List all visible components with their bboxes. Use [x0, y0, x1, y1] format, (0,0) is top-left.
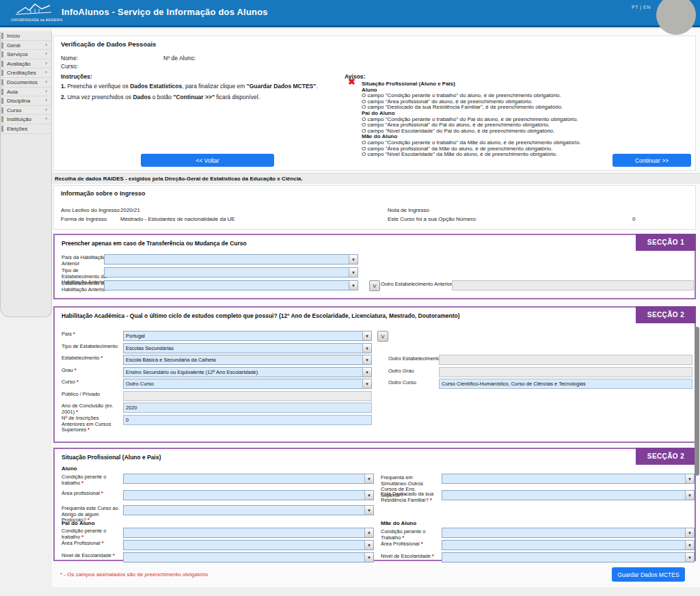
form-row: Grau *Ensino Secundário ou Equivalente (…: [55, 367, 695, 377]
menu-item-marker: [1, 70, 3, 76]
aluno-subtitle: Aluno: [62, 465, 77, 472]
avisos-group-title: Situação Profissional (Aluno e Pais): [362, 81, 683, 87]
sidebar-item-documentos[interactable]: Documentos›: [1, 78, 51, 87]
voltar-button[interactable]: << Voltar: [141, 154, 274, 167]
chevron-right-icon: ›: [45, 69, 47, 75]
input-ano-de-conclusao-ex-2001[interactable]: 2020: [123, 403, 372, 413]
form-row: Ano de Conclusão (ex. 2001) *2020: [55, 403, 695, 413]
select-pais-da-habilitacao-anterior[interactable]: ▼: [104, 254, 358, 265]
sidebar-item-label: Eleições: [7, 126, 27, 132]
select-frequenta-em-simultaneo-outros-cursos-de-ens-superior-right[interactable]: ▼: [442, 474, 695, 484]
dropdown-arrow-icon: ▼: [362, 355, 371, 364]
field-label-nivel-de-escolaridade: Nível de Escolaridade *: [381, 554, 437, 560]
field-label-publico-privado: Público / Privado: [62, 392, 122, 398]
num-aluno-label: Nº de Aluno:: [163, 55, 196, 62]
sidebar-item-eleicoes[interactable]: Eleições: [1, 124, 51, 134]
select-tipo-de-estabelecimento-da-habilitacao-anterior[interactable]: ▼: [104, 267, 358, 277]
select-estabelecimento-da-habilitacao-anterior[interactable]: ▼: [104, 280, 358, 290]
select-grau[interactable]: Ensino Secundário ou Equivalente (12º An…: [123, 367, 372, 377]
sidebar-item-label: Disciplina: [7, 98, 30, 104]
field-label-nivel-de-escolaridade: Nível de Escolaridade *: [62, 553, 124, 559]
verification-title: Verificação de Dados Pessoais: [61, 40, 156, 48]
dropdown-arrow-icon: ▼: [364, 491, 373, 500]
ingresso-title: Informação sobre o Ingresso: [61, 190, 146, 197]
field-label-condicao-perante-o-trabalho: Condição perante o trabalho *: [62, 528, 124, 540]
input-outro-grau: [439, 367, 692, 377]
raides-bar: Recolha de dados RAIDES - exigidos pela …: [51, 173, 700, 184]
guardar-dados-mctes-button[interactable]: Guardar Dados MCTES: [612, 567, 685, 582]
dropdown-arrow-icon: ▼: [349, 281, 358, 290]
pai-subtitle: Pai do Aluno: [62, 520, 95, 526]
select-nivel-de-escolaridade-right[interactable]: ▼: [442, 552, 695, 563]
select-condicao-perante-o-trabalho-left[interactable]: ▼: [123, 528, 374, 538]
required-asterisk: *: [80, 480, 83, 486]
select-condicao-perante-o-trabalho-right[interactable]: ▼: [442, 528, 695, 538]
seccao2b-panel: SECÇÃO 2 Situação Profissional (Aluno e …: [53, 448, 696, 561]
select-estabelecimento[interactable]: Escola Básica e Secundária da Calheta▼: [123, 355, 372, 365]
v-button[interactable]: V: [377, 331, 388, 342]
form-row: País *Portugal▼V: [55, 331, 695, 341]
sidebar-item-servicos[interactable]: Serviços›: [1, 50, 51, 59]
input-outro-curso[interactable]: Curso Científico-Humanístico, Curso de C…: [439, 379, 692, 389]
select-curso[interactable]: Outro Curso▼: [123, 379, 372, 389]
sidebar-item-label: Avaliação: [7, 61, 31, 67]
input-n-de-inscricoes-anteriores-em-cursos-superiores[interactable]: 0: [123, 415, 372, 425]
sidebar-item-avaliacao[interactable]: Avaliação›: [1, 59, 51, 69]
select-value: Outro Curso: [126, 380, 361, 388]
mae-subtitle: Mãe do Aluno: [381, 520, 416, 526]
required-fields-note: * - Os campos assinalados são de preench…: [60, 571, 208, 578]
select-area-profissional-left[interactable]: ▼: [123, 490, 374, 500]
required-asterisk: *: [420, 541, 423, 547]
dropdown-arrow-icon: ▼: [349, 255, 358, 264]
select-frequenta-este-curso-ao-abrigo-de-algum-protocolo-left[interactable]: ▼: [123, 505, 374, 515]
uma-logo-caption: UNIVERSIDADE da MADEIRA: [11, 18, 56, 22]
required-asterisk: *: [80, 534, 83, 540]
dropdown-arrow-icon: ▼: [685, 541, 694, 550]
sidebar-item-curso[interactable]: Curso›: [1, 106, 51, 116]
field-label-pais: País *: [62, 331, 122, 338]
form-row: Público / Privado: [55, 391, 695, 401]
input-publico-privado: [123, 391, 372, 401]
dropdown-arrow-icon: ▼: [685, 528, 694, 537]
seccao1-title: Preencher apenas em caso de Transferênci…: [62, 240, 247, 247]
chevron-right-icon: ›: [45, 60, 47, 66]
avisos-content: Situação Profissional (Aluno e Pais)Alun…: [362, 81, 683, 158]
sidebar-item-geral[interactable]: Geral›: [1, 41, 51, 51]
select-tipo-de-estabelecimento[interactable]: Escolas Secundárias▼: [123, 343, 372, 353]
dropdown-arrow-icon: ▼: [685, 474, 694, 483]
uma-logo[interactable]: UNIVERSIDADE da MADEIRA: [11, 2, 56, 27]
sidebar-item-disciplina[interactable]: Disciplina›: [1, 96, 51, 106]
ingresso-ing-ll: Forma de Ingresso: [61, 216, 107, 222]
required-asterisk: *: [86, 426, 90, 433]
field-label-outro-estabelecimento-anterior: Outro Estabelecimento Anterior: [381, 282, 452, 288]
select-condicao-perante-o-trabalho-left[interactable]: ▼: [123, 474, 374, 484]
sidebar-item-aula[interactable]: Aula›: [1, 87, 51, 97]
select-esta-deslocado-da-sua-residencia-familiar-right[interactable]: ▼: [442, 490, 695, 500]
select-area-profissional-right[interactable]: ▼: [442, 540, 695, 550]
v-button[interactable]: V: [369, 280, 380, 291]
field-label-area-profissional: Área Profissional *: [381, 541, 437, 547]
continuar-button[interactable]: Continuar >>: [612, 154, 691, 167]
select-pais[interactable]: Portugal▼: [123, 331, 372, 341]
menu-item-marker: [1, 98, 3, 104]
scrollbar-thumb[interactable]: [695, 327, 699, 476]
dropdown-arrow-icon: ▼: [362, 379, 371, 388]
error-x-icon: ✖: [348, 77, 355, 86]
sidebar-item-creditacoes[interactable]: Creditações›: [1, 68, 51, 78]
field-label-esta-deslocado-da-sua-residencia-familiar: Está Deslocado da sua Residência Familia…: [381, 491, 437, 503]
sidebar-item-inicio[interactable]: Início: [1, 31, 51, 41]
sidebar-item-label: Aula: [7, 89, 18, 95]
select-area-profissional-left[interactable]: ▼: [123, 540, 374, 550]
select-nivel-de-escolaridade-left[interactable]: ▼: [123, 552, 374, 563]
select-value: Portugal: [126, 332, 361, 340]
instructions-title: Instruções:: [61, 73, 92, 80]
required-asterisk: *: [429, 497, 432, 503]
required-asterisk: *: [100, 490, 103, 496]
required-asterisk: *: [431, 553, 434, 559]
field-label-outro-estabelecimento: Outro Estabelecimento: [388, 356, 440, 362]
sidebar-item-instituicao[interactable]: Instituição›: [1, 115, 51, 124]
required-asterisk: *: [99, 355, 103, 361]
seccao2a-title: Habilitação Académica - Qual o último ci…: [62, 312, 459, 319]
aviso-line: O campo "Deslocado da sua Residência Fam…: [362, 105, 683, 111]
language-switcher[interactable]: PT | EN: [632, 5, 651, 10]
